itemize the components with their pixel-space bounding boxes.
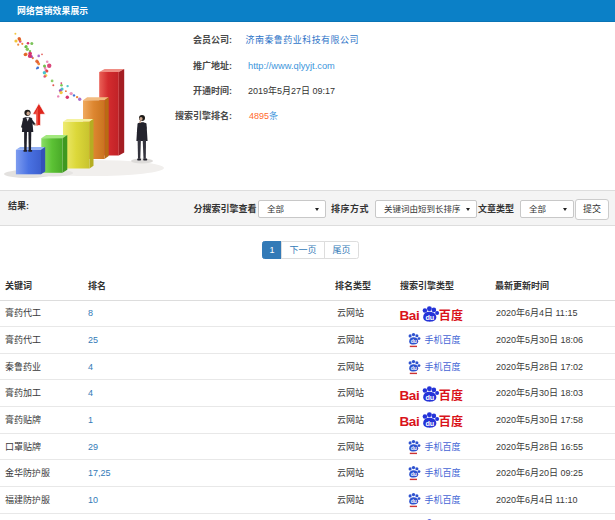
svg-text:百度: 百度 <box>439 412 463 429</box>
svg-text:Bai: Bai <box>400 387 420 402</box>
svg-text:Bai: Bai <box>400 414 420 429</box>
svg-text:du: du <box>426 392 434 401</box>
svg-text:du: du <box>411 365 417 371</box>
svg-text:du: du <box>426 312 434 321</box>
svg-text:百度: 百度 <box>439 386 463 403</box>
svg-text:du: du <box>411 498 417 504</box>
svg-text:百度: 百度 <box>439 306 463 323</box>
svg-text:du: du <box>411 445 417 451</box>
svg-text:du: du <box>426 419 434 428</box>
svg-text:du: du <box>411 338 417 344</box>
svg-text:Bai: Bai <box>400 307 420 322</box>
svg-text:du: du <box>411 471 417 477</box>
